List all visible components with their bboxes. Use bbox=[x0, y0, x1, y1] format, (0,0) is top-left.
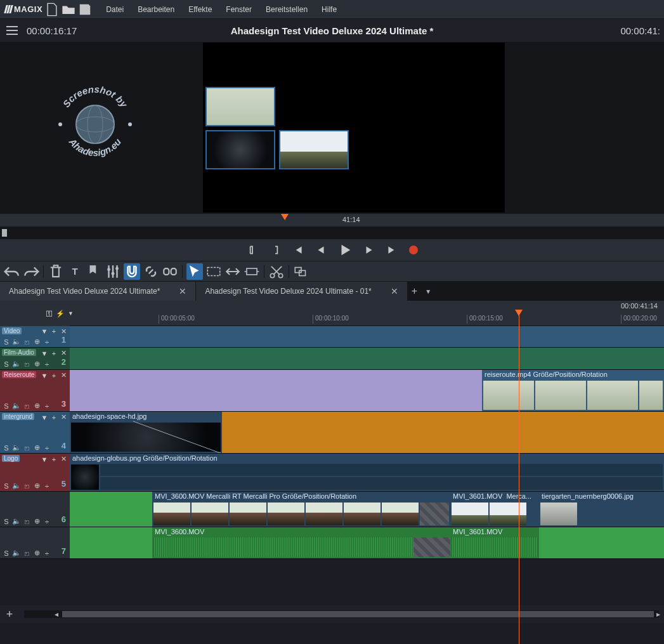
timecode-left[interactable]: 00:00:16:17 bbox=[27, 25, 77, 36]
mute-icon[interactable]: 🔈 bbox=[13, 338, 20, 346]
track-lane[interactable]: ahadesign-globus.png Größe/Position/Rota… bbox=[70, 454, 664, 491]
track-lane[interactable]: reiseroute.mp4 Größe/Position/Rotation bbox=[70, 370, 664, 411]
menu-file[interactable]: Datei bbox=[100, 3, 130, 16]
scrub-ruler[interactable]: 41:14 bbox=[0, 213, 664, 227]
chevron-down-icon[interactable]: ▼ bbox=[41, 456, 48, 463]
menu-help[interactable]: Hilfe bbox=[315, 3, 343, 16]
add-tab-icon[interactable]: + bbox=[412, 286, 417, 297]
title-icon[interactable]: T bbox=[67, 263, 83, 280]
vol-icon[interactable]: ÷ bbox=[43, 518, 51, 525]
goto-end-icon[interactable] bbox=[386, 244, 398, 256]
vol-icon[interactable]: ÷ bbox=[43, 482, 51, 490]
range-start-icon[interactable] bbox=[247, 244, 258, 256]
menu-edit[interactable]: Bearbeiten bbox=[131, 3, 181, 16]
track-name[interactable]: Reiseroute bbox=[2, 371, 36, 378]
chevron-down-icon[interactable]: ▼ bbox=[41, 327, 48, 335]
clip[interactable] bbox=[70, 370, 482, 411]
clip[interactable]: MVI_3601.MOV bbox=[450, 527, 539, 558]
select-mode-icon[interactable] bbox=[205, 263, 222, 280]
pip-map[interactable] bbox=[205, 87, 275, 126]
vol-icon[interactable]: ÷ bbox=[43, 338, 51, 346]
vol-icon[interactable]: ÷ bbox=[43, 402, 51, 410]
track-head[interactable]: Film-Audio ▼+✕ S🔈⏍⊕÷ 2 bbox=[0, 348, 70, 369]
group-icon[interactable] bbox=[293, 263, 309, 280]
track-head[interactable]: Reiseroute ▼+✕ S🔈⏍⊕÷ 3 bbox=[0, 370, 70, 411]
solo-button[interactable]: S bbox=[3, 444, 10, 452]
redo-icon[interactable] bbox=[23, 263, 39, 280]
track-name[interactable]: Logo bbox=[2, 455, 20, 462]
clip[interactable]: ahadesign-space-hd.jpg bbox=[70, 412, 222, 453]
mute-icon[interactable]: 🔈 bbox=[13, 482, 20, 490]
chevron-down-icon[interactable]: ▼ bbox=[41, 350, 48, 357]
vol-icon[interactable]: ÷ bbox=[43, 444, 51, 452]
pip-globe[interactable] bbox=[205, 130, 275, 169]
solo-button[interactable]: S bbox=[3, 360, 10, 368]
tab-project-2[interactable]: Ahadesign Test Video Deluxe 2024 Ultimat… bbox=[196, 282, 407, 301]
play-icon[interactable] bbox=[338, 243, 352, 257]
lock-icon[interactable]: ⏍ bbox=[23, 360, 30, 368]
menu-effects[interactable]: Effekte bbox=[182, 3, 218, 16]
pip-church[interactable] bbox=[279, 130, 349, 169]
mute-icon[interactable]: 🔈 bbox=[13, 402, 20, 410]
track-lane[interactable]: ahadesign-space-hd.jpg bbox=[70, 412, 664, 453]
fx-icon[interactable]: ⊕ bbox=[33, 360, 41, 368]
clip[interactable]: MVI_3600.MOV Mercalli RT Mercalli Pro Gr… bbox=[152, 492, 450, 527]
close-icon[interactable]: ✕ bbox=[60, 372, 67, 379]
track-lane[interactable]: MVI_3600.MOV MVI_3601.MOV bbox=[70, 527, 664, 558]
undo-icon[interactable] bbox=[4, 263, 20, 280]
plus-icon[interactable]: + bbox=[50, 350, 58, 357]
solo-button[interactable]: S bbox=[3, 518, 10, 525]
clip[interactable]: ahadesign-globus.png Größe/Position/Rota… bbox=[70, 454, 664, 491]
fx-icon[interactable]: ⊕ bbox=[33, 444, 41, 452]
lock-icon[interactable]: ⏍ bbox=[23, 444, 30, 452]
lock-icon[interactable]: ⏍ bbox=[23, 338, 30, 346]
close-icon[interactable]: ✕ bbox=[60, 456, 67, 463]
mute-icon[interactable]: 🔈 bbox=[13, 360, 20, 368]
timecode-right[interactable]: 00:00:41: bbox=[620, 25, 660, 36]
track-lane[interactable] bbox=[70, 348, 664, 369]
save-icon[interactable] bbox=[78, 3, 92, 16]
lock-icon[interactable]: ⏍ bbox=[23, 402, 30, 410]
clip[interactable]: tiergarten_nuernberg0006.jpg bbox=[539, 492, 664, 527]
track-lane[interactable] bbox=[70, 326, 664, 347]
vol-icon[interactable]: ÷ bbox=[43, 360, 51, 368]
clip[interactable] bbox=[222, 412, 664, 453]
clip[interactable] bbox=[539, 527, 664, 558]
close-icon[interactable]: ✕ bbox=[60, 414, 67, 421]
mute-icon[interactable]: 🔈 bbox=[13, 444, 20, 452]
fx-icon[interactable]: ⊕ bbox=[33, 518, 41, 525]
magnet-icon[interactable] bbox=[124, 263, 140, 280]
scrub-track[interactable] bbox=[0, 227, 664, 239]
track-name[interactable]: Video bbox=[2, 327, 22, 334]
track-lane[interactable]: MVI_3600.MOV Mercalli RT Mercalli Pro Gr… bbox=[70, 492, 664, 527]
clip[interactable]: MVI_3601.MOV Merca... bbox=[450, 492, 539, 527]
link-icon[interactable] bbox=[143, 263, 159, 280]
track-name[interactable]: intergrund bbox=[2, 413, 34, 420]
menu-window[interactable]: Fenster bbox=[219, 3, 258, 16]
fx-icon[interactable]: ⊕ bbox=[33, 338, 41, 346]
record-icon[interactable] bbox=[409, 246, 418, 254]
close-icon[interactable]: ✕ bbox=[60, 350, 67, 357]
chevron-down-icon[interactable]: ▼ bbox=[41, 372, 48, 379]
clip[interactable]: reiseroute.mp4 Größe/Position/Rotation bbox=[482, 370, 664, 411]
close-icon[interactable]: ✕ bbox=[60, 327, 67, 335]
next-frame-icon[interactable] bbox=[363, 244, 375, 256]
prev-frame-icon[interactable] bbox=[315, 244, 327, 256]
fx-icon[interactable]: ⊕ bbox=[33, 402, 41, 410]
plus-icon[interactable]: + bbox=[50, 372, 58, 379]
track-head[interactable]: Logo ▼+✕ S🔈⏍⊕÷ 5 bbox=[0, 454, 70, 491]
fx-icon[interactable]: ⊕ bbox=[33, 482, 41, 490]
clip[interactable]: MVI_3600.MOV bbox=[152, 527, 450, 558]
chain-icon[interactable] bbox=[162, 263, 178, 280]
chevron-down-icon[interactable]: ▼ bbox=[41, 414, 48, 421]
delete-icon[interactable] bbox=[48, 263, 64, 280]
clip[interactable] bbox=[70, 527, 152, 558]
horizontal-scrollbar[interactable]: ◂ ▸ bbox=[24, 610, 659, 618]
unlock-icon[interactable]: ⚿ bbox=[46, 310, 53, 317]
plus-icon[interactable]: + bbox=[50, 414, 58, 421]
scrub-thumb[interactable] bbox=[2, 229, 7, 237]
range-end-icon[interactable] bbox=[270, 244, 281, 256]
tab-close-icon[interactable]: ✕ bbox=[391, 286, 398, 296]
vol-icon[interactable]: ÷ bbox=[43, 549, 51, 557]
pointer-icon[interactable] bbox=[186, 263, 203, 280]
